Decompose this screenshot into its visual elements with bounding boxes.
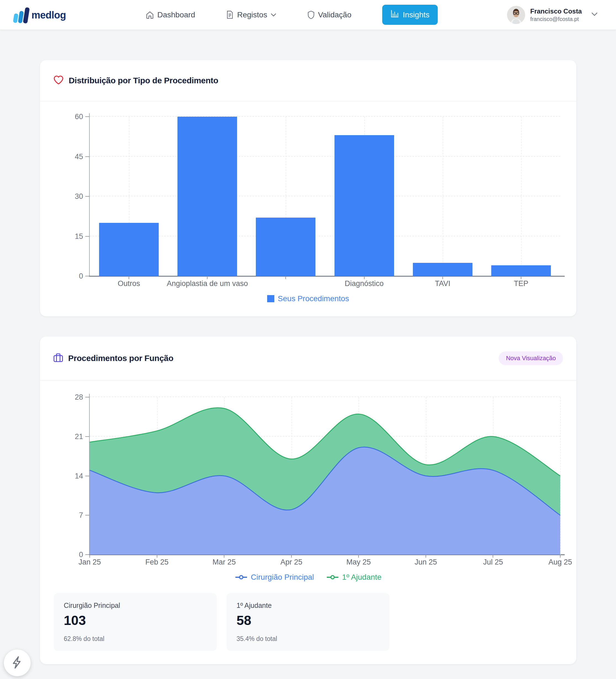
nav-validacao-label: Validação [318, 10, 351, 19]
legend-line-marker [235, 575, 248, 580]
bar-x-label: TEP [514, 279, 528, 288]
avatar [507, 6, 525, 24]
user-email: francisco@fcosta.pt [530, 15, 582, 23]
nav-registos-label: Registos [237, 10, 267, 19]
area-gridline-v [560, 397, 561, 555]
card-procedures-by-role: Procedimentos por Função Nova Visualizaç… [40, 336, 576, 664]
card2-header: Procedimentos por Função Nova Visualizaç… [40, 336, 576, 381]
document-icon [226, 11, 234, 19]
nav-validacao[interactable]: Validação [307, 10, 351, 19]
bar[interactable] [99, 223, 159, 276]
area-chart-x-labels: Jan 25Feb 25Mar 25Apr 25May 25Jun 25Jul … [90, 555, 560, 567]
bar-gridline-h [90, 116, 560, 117]
bar[interactable] [256, 218, 315, 276]
home-icon [146, 11, 154, 19]
bar-x-tick-mark [207, 276, 208, 279]
bar-x-tick-mark [442, 276, 443, 279]
area-x-label: Jun 25 [414, 558, 437, 567]
area-x-tick-mark [493, 555, 493, 558]
bar-x-tick-mark [285, 276, 286, 279]
bar[interactable] [491, 265, 551, 276]
legend-swatch-blue [267, 295, 274, 302]
bar-y-tick-label: 30 [61, 192, 83, 201]
bar-gridline-h [90, 196, 560, 196]
area-y-tick-mark [85, 554, 89, 555]
area-y-tick-mark [85, 436, 89, 437]
area-x-label: May 25 [346, 558, 371, 567]
bar-y-tick-label: 15 [61, 232, 83, 241]
area-y-tick-mark [85, 515, 89, 515]
role-stats: Cirurgião Principal 103 62.8% do total 1… [40, 583, 576, 664]
app-logo[interactable]: medlog [13, 5, 66, 25]
bar-chart-x-labels: OutrosAngioplastia de um vasoDiagnóstico… [90, 276, 560, 288]
legend-label: Cirurgião Principal [251, 573, 314, 582]
bar-x-label: Diagnóstico [345, 279, 383, 288]
area-x-tick-mark [224, 555, 224, 558]
stat-percent: 62.8% do total [64, 635, 207, 643]
area-x-label: Jul 25 [483, 558, 503, 567]
card1-header: Distribuição por Tipo de Procedimento [40, 60, 576, 101]
area-chart-plot-area: 07142128 [90, 397, 560, 555]
bar[interactable] [335, 135, 394, 276]
bar-y-tick-label: 0 [61, 272, 83, 281]
user-menu[interactable]: Francisco Costa francisco@fcosta.pt [507, 0, 598, 30]
area-chart-legend: Cirurgião Principal1º Ajudante [40, 572, 576, 583]
area-y-tick-mark [85, 397, 89, 397]
bar-x-tick-mark [364, 276, 365, 279]
nav-insights-button[interactable]: Insights [382, 5, 438, 25]
bar-x-label: Outros [118, 279, 140, 288]
quick-actions-button[interactable] [4, 649, 31, 676]
legend-line-marker [326, 575, 339, 580]
area-x-label: Mar 25 [213, 558, 236, 567]
bar-x-label: Angioplastia de um vaso [167, 279, 248, 288]
bar-chart-legend: Seus Procedimentos [40, 293, 576, 316]
area-x-tick-mark [89, 555, 90, 558]
bar-y-tick-mark [85, 276, 89, 276]
bar-y-tick-mark [85, 236, 89, 237]
legend-label: 1º Ajudante [342, 573, 382, 582]
legend-label: Seus Procedimentos [278, 294, 349, 303]
area-x-tick-mark [157, 555, 157, 558]
stat-label: 1º Ajudante [237, 602, 379, 610]
area-x-label: Aug 25 [548, 558, 572, 567]
area-x-label: Jan 25 [79, 558, 101, 567]
area-x-label: Apr 25 [280, 558, 303, 567]
stat-value: 103 [64, 613, 207, 628]
heart-icon [53, 75, 64, 86]
area-y-tick-label: 28 [61, 393, 83, 401]
bar-gridline-v [521, 117, 522, 276]
stat-primeiro-ajudante: 1º Ajudante 58 35.4% do total [226, 593, 390, 651]
stat-value: 58 [237, 613, 379, 628]
bar-gridline-v [443, 117, 443, 276]
bar[interactable] [178, 117, 237, 276]
card-procedure-type-distribution: Distribuição por Tipo de Procedimento 01… [40, 60, 576, 316]
area-y-tick-label: 21 [61, 432, 83, 441]
bar-x-label: TAVI [435, 279, 451, 288]
nova-visualizacao-badge[interactable]: Nova Visualização [499, 351, 563, 365]
bar-y-tick-mark [85, 156, 89, 157]
bar-y-tick-mark [85, 196, 89, 197]
bar-y-tick-mark [85, 117, 89, 117]
stat-percent: 35.4% do total [237, 635, 379, 643]
area-x-label: Feb 25 [146, 558, 168, 567]
shield-icon [307, 11, 315, 19]
legend-primeiro-ajudante[interactable]: 1º Ajudante [326, 573, 382, 582]
legend-cirurgiao-principal[interactable]: Cirurgião Principal [235, 573, 314, 582]
user-name: Francisco Costa [530, 7, 582, 15]
card1-title: Distribuição por Tipo de Procedimento [69, 76, 218, 85]
bar-chart-icon [391, 10, 399, 20]
nav-dashboard[interactable]: Dashboard [146, 10, 195, 19]
lightning-icon [11, 656, 23, 670]
bar-chart-plot-area: 015304560 [90, 117, 560, 276]
bar-gridline-h [90, 156, 560, 157]
area-x-tick-mark [560, 555, 560, 558]
y-axis-line [89, 114, 90, 276]
stat-cirurgiao-principal: Cirurgião Principal 103 62.8% do total [54, 593, 217, 651]
area-y-tick-label: 7 [61, 511, 83, 520]
bar-gridline-h [90, 236, 560, 236]
top-navigation-bar: medlog Dashboard Registos [0, 0, 616, 30]
area-x-tick-mark [358, 555, 359, 558]
nav-registos[interactable]: Registos [226, 10, 277, 19]
legend-seus-procedimentos[interactable]: Seus Procedimentos [267, 294, 349, 303]
bar[interactable] [413, 263, 472, 276]
